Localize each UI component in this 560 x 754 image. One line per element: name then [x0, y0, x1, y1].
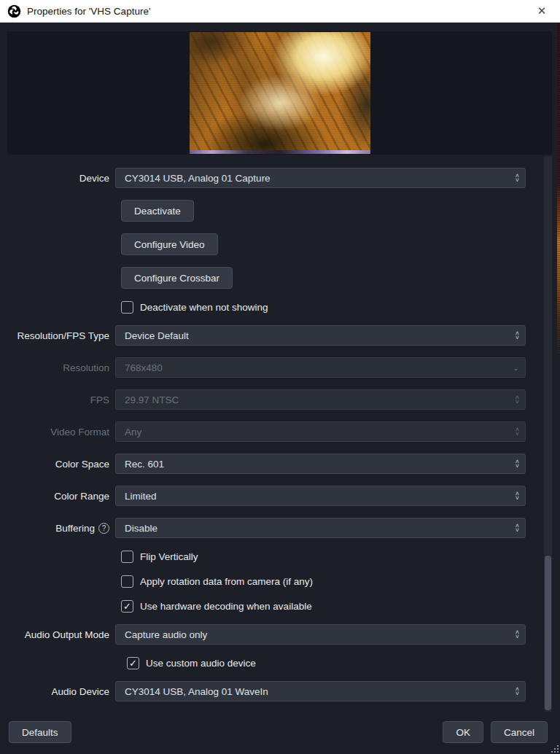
spinner-arrows-icon: ˄˅	[516, 395, 519, 404]
checkbox-label[interactable]: Flip Vertically	[140, 551, 198, 562]
deactivate-when-not-showing-checkbox[interactable]: ✓	[121, 301, 133, 314]
source-preview-panel	[7, 31, 552, 155]
checkbox-label[interactable]: Use hardware decoding when available	[140, 601, 312, 612]
checkbox-label[interactable]: Apply rotation data from camera (if any)	[140, 576, 313, 587]
color-space-row: Color Space Rec. 601 ˄˅	[0, 454, 543, 474]
apply-rotation-checkbox[interactable]: ✓	[121, 575, 133, 588]
checkbox-label[interactable]: Deactivate when not showing	[140, 302, 268, 313]
audio-output-mode-select[interactable]: Capture audio only ˄˅	[115, 624, 526, 645]
resolution-fps-type-label: Resolution/FPS Type	[0, 330, 115, 341]
vhs-headswitch-noise	[190, 150, 370, 154]
resolution-fps-type-select[interactable]: Device Default ˄˅	[115, 325, 526, 346]
fps-label: FPS	[0, 395, 115, 405]
ok-button[interactable]: OK	[443, 721, 483, 743]
audio-output-mode-label: Audio Output Mode	[0, 629, 115, 640]
audio-output-mode-row: Audio Output Mode Capture audio only ˄˅	[0, 624, 543, 645]
checkbox-label[interactable]: Use custom audio device	[146, 658, 256, 669]
color-space-select[interactable]: Rec. 601 ˄˅	[115, 454, 526, 474]
spinner-arrows-icon[interactable]: ˄˅	[516, 630, 519, 639]
properties-form: Device CY3014 USB, Analog 01 Capture ˄˅ …	[0, 168, 543, 713]
custom-audio-device-checkbox[interactable]: ✓	[127, 657, 139, 669]
color-range-row: Color Range Limited ˄˅	[0, 486, 543, 506]
device-row: Device CY3014 USB, Analog 01 Capture ˄˅	[0, 168, 543, 188]
buffering-select[interactable]: Disable ˄˅	[115, 518, 526, 538]
close-icon[interactable]: ✕	[531, 1, 553, 20]
device-select[interactable]: CY3014 USB, Analog 01 Capture ˄˅	[115, 168, 526, 188]
configure-video-button[interactable]: Configure Video	[121, 233, 218, 255]
color-range-label: Color Range	[0, 491, 115, 502]
color-range-select[interactable]: Limited ˄˅	[115, 486, 526, 506]
background-window-edge	[557, 23, 560, 354]
spinner-arrows-icon[interactable]: ˄˅	[516, 687, 519, 696]
audio-device-row: Audio Device CY3014 USB, Analog 01 WaveI…	[0, 681, 543, 701]
spinner-arrows-icon[interactable]: ˄˅	[516, 491, 519, 500]
resolution-select: 768x480 ⌄	[115, 357, 526, 378]
video-format-row: Video Format Any ˄˅	[0, 421, 543, 442]
vertical-scrollbar[interactable]	[544, 156, 552, 712]
spinner-arrows-icon: ˄˅	[516, 427, 519, 436]
hardware-decoding-checkbox[interactable]: ✓	[121, 600, 133, 613]
obs-logo-icon	[7, 4, 21, 18]
buffering-row: Buffering ? Disable ˄˅	[0, 518, 543, 538]
dialog-button-bar: Defaults OK Cancel	[0, 719, 560, 754]
spinner-arrows-icon[interactable]: ˄˅	[516, 331, 519, 340]
device-label: Device	[0, 173, 115, 184]
video-format-label: Video Format	[0, 427, 115, 438]
deactivate-button[interactable]: Deactivate	[121, 200, 194, 222]
video-format-select: Any ˄˅	[115, 421, 526, 442]
color-space-label: Color Space	[0, 459, 115, 470]
help-question-icon[interactable]: ?	[98, 523, 109, 534]
resolution-row: Resolution 768x480 ⌄	[0, 357, 543, 378]
flip-vertically-checkbox[interactable]: ✓	[121, 551, 133, 563]
spinner-arrows-icon[interactable]: ˄˅	[516, 174, 519, 182]
buffering-label: Buffering ?	[0, 523, 115, 534]
defaults-button[interactable]: Defaults	[9, 721, 71, 743]
spinner-arrows-icon[interactable]: ˄˅	[516, 524, 519, 532]
scrollbar-thumb[interactable]	[545, 556, 551, 710]
cancel-button[interactable]: Cancel	[491, 721, 548, 743]
fps-select: 29.97 NTSC ˄˅	[115, 389, 526, 410]
dialog-titlebar: Properties for 'VHS Capture' ✕	[0, 0, 560, 23]
audio-device-select[interactable]: CY3014 USB, Analog 01 WaveIn ˄˅	[115, 681, 526, 701]
vhs-capture-preview-image	[190, 32, 370, 154]
dialog-title: Properties for 'VHS Capture'	[27, 6, 531, 17]
audio-device-label: Audio Device	[0, 686, 115, 697]
configure-crossbar-button[interactable]: Configure Crossbar	[121, 267, 233, 289]
resize-grip[interactable]	[550, 744, 559, 753]
resolution-fps-type-row: Resolution/FPS Type Device Default ˄˅	[0, 325, 543, 346]
resolution-label: Resolution	[0, 362, 115, 373]
fps-row: FPS 29.97 NTSC ˄˅	[0, 389, 543, 410]
spinner-arrows-icon[interactable]: ˄˅	[516, 459, 519, 468]
chevron-down-icon: ⌄	[513, 364, 519, 372]
